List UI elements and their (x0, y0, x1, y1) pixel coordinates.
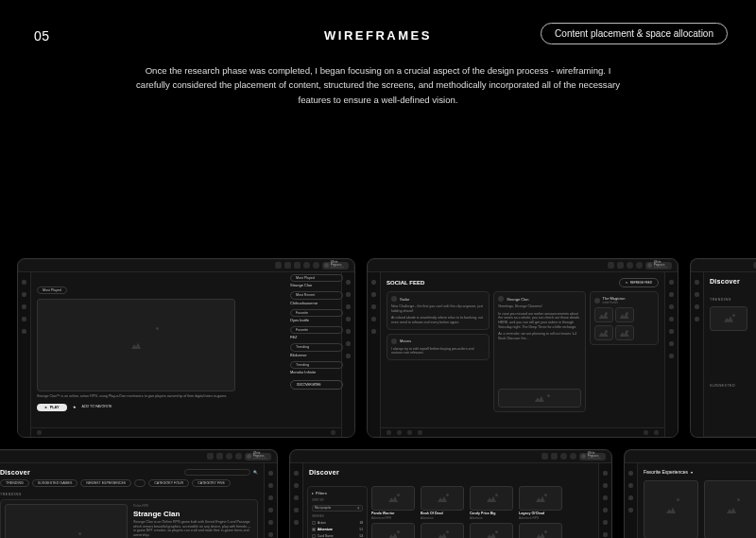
search-icon[interactable] (207, 453, 214, 460)
nav-item[interactable] (294, 520, 299, 525)
foot-icon[interactable] (654, 430, 659, 435)
user-menu[interactable]: White Pegasus Strange Clan (245, 453, 271, 460)
nav-item[interactable] (294, 495, 299, 500)
tag-value[interactable]: Blokverse (290, 353, 343, 357)
like-icon[interactable] (387, 430, 391, 435)
user-menu[interactable]: White Pegasus Strange Clan (645, 262, 672, 269)
nav-item[interactable] (371, 292, 376, 297)
rail-item[interactable] (346, 354, 351, 358)
home-icon[interactable] (617, 262, 624, 269)
nav-item[interactable] (628, 471, 633, 476)
search-icon[interactable] (541, 453, 548, 460)
rail-item[interactable] (669, 280, 674, 285)
filter-chip[interactable]: SUGGESTED GAMES (32, 479, 78, 487)
rail-item[interactable] (669, 317, 674, 321)
game-card[interactable]: Legacy Of DeadAdventure RPG (519, 486, 562, 520)
nav-item[interactable] (371, 317, 376, 321)
rail-item[interactable] (346, 317, 351, 321)
filter-chip[interactable]: TRENDING (0, 479, 29, 487)
rail-item[interactable] (346, 292, 351, 297)
tag-value[interactable]: Strange Clan (290, 283, 343, 287)
discover-more-button[interactable]: DISCOVER MORE (290, 380, 343, 390)
favorite-card[interactable]: BLOK HOUSE Art & Entertainment (704, 480, 756, 538)
rail-item[interactable] (603, 508, 608, 512)
nav-item[interactable] (695, 280, 699, 285)
filters-label[interactable]: Filters (316, 491, 327, 495)
tag-value[interactable]: Dyes battle (290, 318, 343, 322)
nav-item[interactable] (628, 495, 633, 500)
search-icon[interactable]: 🔍 (253, 470, 258, 475)
rail-item[interactable] (669, 354, 674, 358)
nav-item[interactable] (628, 483, 633, 488)
game-card-placeholder[interactable] (710, 306, 747, 331)
nav-item[interactable] (371, 329, 376, 334)
tag-value[interactable]: Chihuahuaverse (290, 301, 343, 305)
game-card[interactable] (470, 523, 513, 538)
rail-item[interactable] (346, 280, 351, 285)
nav-item[interactable] (22, 329, 26, 334)
search-icon[interactable] (608, 262, 614, 269)
nav-item[interactable] (294, 471, 299, 476)
tag-value[interactable]: FEZ (290, 335, 343, 339)
play-button[interactable]: ► PLAY (37, 404, 67, 411)
foot-icon[interactable] (37, 430, 42, 435)
favorite-star-icon[interactable]: ★ (73, 405, 77, 409)
help-icon[interactable] (636, 262, 643, 269)
nav-item[interactable] (22, 280, 26, 285)
genre-row[interactable]: Card Game53 (312, 534, 363, 538)
foot-icon[interactable] (331, 430, 335, 435)
rail-item[interactable] (268, 471, 273, 476)
filter-chip[interactable]: CATEGORY FIVE (192, 479, 231, 487)
home-icon[interactable] (216, 453, 223, 460)
home-icon[interactable] (551, 453, 558, 460)
game-card[interactable] (421, 523, 464, 538)
hero-card[interactable]: Online RPG Strange Clan Strange Clan is … (0, 499, 258, 538)
rail-item[interactable] (346, 341, 351, 346)
nav-item[interactable] (628, 508, 633, 512)
nav-item[interactable] (294, 483, 299, 488)
genre-row[interactable]: Action18 (312, 521, 363, 525)
nav-item[interactable] (22, 304, 26, 309)
user-menu[interactable]: White Pegasus Strange Clan (579, 453, 606, 460)
tag-value[interactable]: Monoko Infinite (290, 370, 343, 374)
feed-post[interactable]: Strange Clan Greetings, Strange Clanners… (493, 291, 585, 412)
feed-post[interactable]: The Magician white Father (590, 291, 659, 345)
rail-item[interactable] (268, 532, 273, 537)
rail-item[interactable] (268, 520, 273, 525)
refresh-feed-button[interactable]: ↻ REFRESH FEED (619, 278, 659, 287)
nav-icon[interactable] (294, 262, 301, 269)
genre-row[interactable]: Adventure51 (312, 528, 363, 531)
nav-item[interactable] (695, 304, 699, 309)
feed-post[interactable]: Sailor New Challenge - the first you can… (387, 291, 490, 330)
rail-item[interactable] (268, 495, 273, 500)
share-icon[interactable] (407, 430, 412, 435)
rail-item[interactable] (603, 520, 608, 525)
rail-item[interactable] (346, 329, 351, 334)
rail-item[interactable] (669, 329, 674, 334)
nav-item[interactable] (695, 292, 699, 297)
game-card[interactable] (371, 523, 415, 538)
rail-item[interactable] (603, 471, 608, 476)
rail-item[interactable] (669, 304, 674, 309)
rail-item[interactable] (268, 508, 273, 512)
sort-select[interactable]: Most popular (312, 505, 363, 512)
game-card[interactable]: Candy Price BigAdventure (470, 486, 513, 520)
foot-icon[interactable] (644, 430, 648, 435)
rail-item[interactable] (669, 341, 674, 346)
nav-item[interactable] (22, 292, 26, 297)
notification-icon[interactable] (627, 262, 633, 269)
nav-item[interactable] (22, 317, 26, 321)
add-to-favorite-button[interactable]: ADD TO FAVORITE (82, 405, 112, 409)
nav-item[interactable] (695, 317, 699, 321)
rail-item[interactable] (603, 532, 608, 537)
game-card[interactable] (519, 523, 562, 538)
filter-chip[interactable] (134, 479, 146, 487)
search-icon[interactable] (275, 262, 282, 269)
filter-chip[interactable]: NEWEST EXPERIENCES (80, 479, 131, 487)
rail-item[interactable] (603, 483, 608, 488)
notification-icon[interactable] (560, 453, 567, 460)
home-icon[interactable] (284, 262, 291, 269)
search-input[interactable] (184, 469, 250, 476)
dropdown-icon[interactable]: ▾ (691, 470, 693, 475)
nav-item[interactable] (294, 508, 299, 512)
